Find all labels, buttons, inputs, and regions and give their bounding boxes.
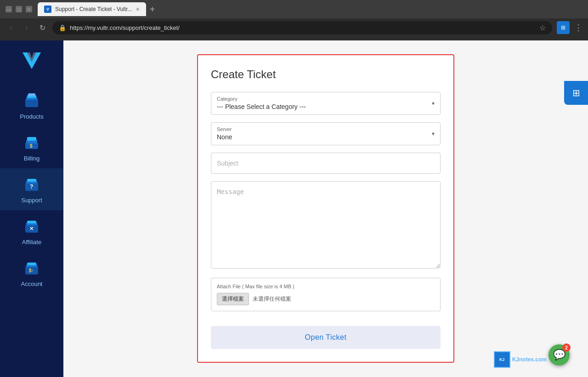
support-icon: ? xyxy=(22,175,41,194)
attach-wrapper: Attach File ( Max file size is 4 MB ) 選擇… xyxy=(211,278,441,311)
kjnotes-logo: KJ xyxy=(494,351,510,368)
choose-file-button[interactable]: 選擇檔案 xyxy=(217,293,249,305)
content-area: Create Ticket Category --- Please Select… xyxy=(63,40,588,377)
file-name-display: 未選擇任何檔案 xyxy=(253,295,291,303)
affiliate-icon: ✕ xyxy=(22,217,41,236)
svg-text:✕: ✕ xyxy=(29,226,34,231)
attach-group: Attach File ( Max file size is 4 MB ) 選擇… xyxy=(211,278,441,311)
sidebar: Products $ Billing ? xyxy=(0,40,63,377)
form-title: Create Ticket xyxy=(211,68,441,81)
sidebar-item-billing-label: Billing xyxy=(24,155,40,162)
sidebar-item-affiliate-label: Affiliate xyxy=(22,239,41,246)
tab-title: Support - Create Ticket - Vultr... xyxy=(55,6,132,12)
browser-chrome: — □ × V Support - Create Ticket - Vultr.… xyxy=(0,0,588,40)
svg-text:$: $ xyxy=(30,143,33,149)
close-button[interactable]: × xyxy=(26,6,32,12)
server-select-wrapper[interactable]: Server None ▾ xyxy=(211,122,441,145)
sidebar-logo xyxy=(19,50,45,75)
active-tab[interactable]: V Support - Create Ticket - Vultr... × xyxy=(38,2,146,16)
sidebar-item-account[interactable]: $↑ Account xyxy=(0,252,63,294)
refresh-button[interactable]: ↻ xyxy=(37,23,48,32)
svg-text:?: ? xyxy=(30,183,33,190)
main-container: Products $ Billing ? xyxy=(0,40,588,377)
subject-group xyxy=(211,153,441,174)
sidebar-item-affiliate[interactable]: ✕ Affiliate xyxy=(0,210,63,252)
svg-rect-8 xyxy=(27,137,36,141)
url-bar[interactable]: 🔒 https://my.vultr.com/support/create_ti… xyxy=(52,21,552,34)
billing-icon: $ xyxy=(22,133,41,152)
bookmark-icon[interactable]: ☆ xyxy=(539,23,546,32)
minimize-button[interactable]: — xyxy=(6,6,12,12)
account-icon: $↑ xyxy=(22,258,41,278)
window-controls: — □ × xyxy=(6,6,32,12)
extension-icon[interactable]: ⊞ xyxy=(557,21,570,34)
sidebar-item-products-label: Products xyxy=(20,113,43,120)
title-bar: — □ × V Support - Create Ticket - Vultr.… xyxy=(0,0,588,18)
svg-rect-2 xyxy=(25,99,38,107)
browser-menu-button[interactable]: ⋮ xyxy=(574,23,582,33)
open-ticket-button[interactable]: Open Ticket xyxy=(211,326,441,349)
message-group xyxy=(211,181,441,270)
category-group: Category --- Please Select a Category --… xyxy=(211,92,441,115)
svg-rect-5 xyxy=(28,93,35,96)
svg-rect-20 xyxy=(27,263,36,265)
back-button[interactable]: ‹ xyxy=(6,23,17,32)
products-icon xyxy=(22,91,41,110)
kjnotes-watermark: KJ KJnotes.com xyxy=(494,351,547,368)
svg-rect-16 xyxy=(27,221,36,223)
top-right-action-button[interactable]: ⊞ xyxy=(564,81,588,105)
forward-button[interactable]: › xyxy=(21,23,32,32)
svg-text:$↑: $↑ xyxy=(29,268,34,273)
maximize-button[interactable]: □ xyxy=(16,6,22,12)
chat-fab-button[interactable]: 💬 2 xyxy=(548,344,570,366)
server-group: Server None ▾ xyxy=(211,122,441,145)
server-label: Server xyxy=(217,126,435,132)
attach-label: Attach File ( Max file size is 4 MB ) xyxy=(217,284,435,289)
address-bar: ‹ › ↻ 🔒 https://my.vultr.com/support/cre… xyxy=(0,18,588,37)
url-text: https://my.vultr.com/support/create_tick… xyxy=(70,24,180,31)
tab-favicon: V xyxy=(44,6,51,13)
category-select-wrapper[interactable]: Category --- Please Select a Category --… xyxy=(211,92,441,115)
sidebar-item-products[interactable]: Products xyxy=(0,85,63,126)
lock-icon: 🔒 xyxy=(59,24,66,31)
kjnotes-logo-text: KJ xyxy=(499,357,505,362)
sidebar-item-support-label: Support xyxy=(21,197,42,204)
chat-badge: 2 xyxy=(562,343,571,352)
tab-close-button[interactable]: × xyxy=(136,6,140,13)
server-select[interactable]: None xyxy=(217,133,435,141)
sidebar-item-support[interactable]: ? Support xyxy=(0,168,63,210)
category-select[interactable]: --- Please Select a Category --- xyxy=(217,103,435,110)
svg-rect-12 xyxy=(27,179,36,182)
vultr-logo xyxy=(19,48,45,78)
kjnotes-site-text: KJnotes.com xyxy=(512,356,547,363)
create-ticket-form: Create Ticket Category --- Please Select… xyxy=(197,54,454,363)
message-textarea[interactable] xyxy=(211,181,441,268)
file-input-row: 選擇檔案 未選擇任何檔案 xyxy=(217,293,435,305)
sidebar-item-account-label: Account xyxy=(21,280,43,287)
category-label: Category xyxy=(217,96,435,102)
sidebar-item-billing[interactable]: $ Billing xyxy=(0,126,63,168)
new-tab-button[interactable]: + xyxy=(150,4,155,15)
subject-input[interactable] xyxy=(211,153,441,174)
